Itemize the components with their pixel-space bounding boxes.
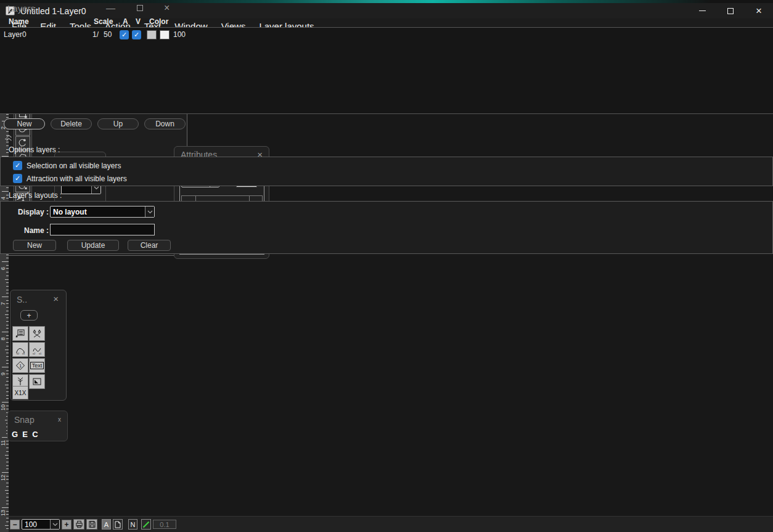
symbols-panel-title: S.. [17,295,27,305]
layout-update-button[interactable]: Update [67,240,119,251]
symbols-panel-close-button[interactable]: × [53,295,59,303]
curve-x2-x1-icon: x2x1 [31,344,43,355]
snap-modes[interactable]: G E C [12,430,38,439]
layer-down-button[interactable]: Down [144,118,186,129]
option-selection-row: ✓ Selection on all visible layers [13,161,121,170]
layer-delete-button[interactable]: Delete [51,118,92,129]
layer-a-checkbox[interactable]: ✓ [120,30,129,39]
column-name: Name [9,17,29,26]
layout-new-button[interactable]: New [13,240,56,251]
maximize-icon [727,8,734,14]
arc-x2-x1-icon: x2x1 [15,344,26,355]
chevron-down-icon [145,207,154,217]
layer-scale-prefix: 1/ [92,30,99,39]
add-symbol-button[interactable]: + [20,310,38,321]
selection-checkbox[interactable]: ✓ [13,161,22,170]
attraction-checkbox[interactable]: ✓ [13,174,22,183]
snap-panel: Snap x G E C [7,411,68,441]
zoom-out-button[interactable]: − [10,520,20,530]
green-line-icon [142,521,150,528]
corner-flag-icon [31,376,43,387]
layout-name-label: Name : [24,226,49,235]
page-icon [115,521,121,528]
precision-value: 0.1 [153,520,176,529]
display-layout-select[interactable]: No layout [50,206,155,218]
layer-v-checkbox[interactable]: ✓ [132,30,141,39]
svg-text:x1: x1 [39,352,42,355]
chevron-down-icon [50,520,59,529]
zoom-select[interactable]: 100 [22,519,60,530]
zoom-in-button[interactable]: + [62,520,72,530]
layer-layouts-label: Layer's layouts : [9,191,62,200]
symbols-panel: S.. × + x2x1 x2x1 1 Text X1X [10,290,67,401]
layer-scale-value: 50 [104,30,112,39]
column-v: V [136,17,141,26]
text-frame-tool-button[interactable]: Text [29,358,45,373]
options-layers-label: Options layers : [9,145,60,154]
svg-text:x1: x1 [22,352,25,355]
text-frame-icon: Text [30,362,44,369]
print-button[interactable] [73,519,84,530]
curve-measure-tool-button[interactable]: x2x1 [29,342,45,357]
column-color: Color [149,17,168,26]
layer-color-swatch[interactable] [147,30,157,39]
double-chevron-up-icon [6,134,12,142]
minimize-button[interactable] [688,3,716,18]
layer-new-button[interactable]: New [4,118,45,129]
x1x-tool-button[interactable]: X1X [12,386,28,399]
layers-maximize-button[interactable] [137,5,143,11]
draw-mode-button[interactable] [141,519,151,530]
options-box: ✓ Selection on all visible layers ✓ Attr… [0,157,773,186]
layouts-box: Display : No layout Name : New Update Cl… [0,201,773,254]
svg-text:x2: x2 [33,352,36,355]
snap-panel-close-button[interactable]: x [58,416,61,423]
layer-name: Layer0 [4,30,27,39]
close-button[interactable]: × [745,3,773,18]
auto-button[interactable]: A [102,519,111,530]
minimize-icon [699,10,706,11]
n-toggle-button[interactable]: N [128,519,137,530]
layer-row[interactable]: Layer0 1/ 50 ✓ ✓ 100 [0,30,773,41]
diamond-1-icon: 1 [15,360,26,371]
maximize-button[interactable] [716,3,745,18]
coordinates-list-tool-button[interactable] [12,326,28,341]
layout-name-input[interactable] [50,224,155,235]
layer-opacity-value: 100 [173,30,186,39]
corner-flag-tool-button[interactable] [29,374,45,389]
layout-clear-button[interactable]: Clear [128,240,171,251]
layer-up-button[interactable]: Up [97,118,139,129]
layers-close-button[interactable]: × [164,4,170,12]
option-attraction-row: ✓ Attraction with all visible layers [13,174,127,183]
column-scale: Scale [94,17,113,26]
column-a: A [123,17,128,26]
printer-icon [75,520,83,528]
display-label: Display : [18,208,49,216]
display-layout-value: No layout [51,208,145,216]
layers-list: Layer0 1/ 50 ✓ ✓ 100 [0,27,773,114]
diamond-number-tool-button[interactable]: 1 [12,358,28,373]
svg-text:1: 1 [19,364,22,368]
collapse-options-button[interactable] [6,133,12,144]
floppy-disk-icon [88,520,96,528]
layers-minimize-button[interactable]: — [106,4,115,12]
selection-option-label: Selection on all visible layers [27,162,121,170]
layer-color-swatch-alt[interactable] [160,30,170,39]
window-controls: × [688,3,773,18]
coordinates-list-icon [15,328,26,339]
layers-panel: Layers — × Name Scale A V Color Layer0 1… [0,0,187,256]
new-document-button[interactable] [113,519,123,530]
triangles-icon [31,328,43,339]
attraction-option-label: Attraction with all visible layers [27,174,127,183]
layers-panel-title: Layers [7,3,35,14]
ruler-vertical: 012345678910111213 [0,42,9,532]
statusbar: − 100 + A N 0.1 [9,516,773,532]
snap-panel-title: Snap [14,415,35,425]
titlebar: Untitled 1-Layer0 × [0,3,773,18]
svg-text:x2: x2 [17,352,20,355]
zoom-value: 100 [22,520,50,529]
triangles-tool-button[interactable] [29,326,45,341]
arc-measure-tool-button[interactable]: x2x1 [12,342,28,357]
save-button[interactable] [86,519,97,530]
